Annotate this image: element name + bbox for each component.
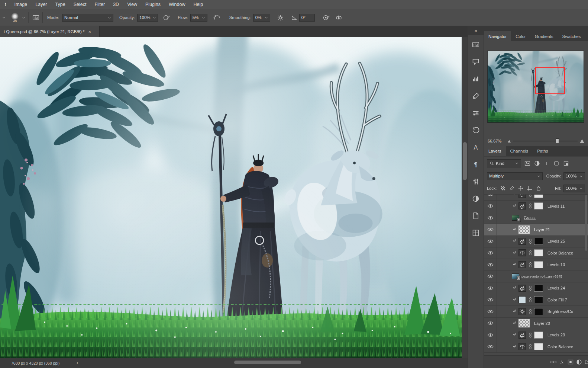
adjustments-panel-icon[interactable] xyxy=(472,178,479,185)
caret-down-icon[interactable] xyxy=(22,16,25,19)
collapse-panels-icon[interactable]: « xyxy=(468,26,484,35)
layer-thumbnail[interactable] xyxy=(518,285,526,292)
tab-paths[interactable]: Paths xyxy=(533,146,552,156)
layer-mask-thumbnail[interactable] xyxy=(534,261,543,268)
layer-visibility-toggle[interactable] xyxy=(484,294,497,306)
filter-type-icon[interactable]: T xyxy=(543,159,551,167)
menu-window[interactable]: Window xyxy=(165,2,189,7)
layer-visibility-toggle[interactable] xyxy=(484,194,497,200)
horizontal-scrollbar-thumb[interactable] xyxy=(234,361,301,364)
layer-row[interactable]: Layer 20 xyxy=(484,318,588,330)
layer-name[interactable]: Levels 10 xyxy=(547,262,565,267)
layer-thumbnail[interactable] xyxy=(518,225,530,234)
layer-mask-thumbnail[interactable] xyxy=(534,296,543,303)
layer-row[interactable]: Brightness/Co xyxy=(484,306,588,318)
tab-swatches[interactable]: Swatches xyxy=(558,31,585,41)
layer-visibility-toggle[interactable] xyxy=(484,306,497,317)
tool-preset-caret-icon[interactable] xyxy=(2,16,6,19)
mode-select[interactable]: Normal xyxy=(62,14,113,22)
paragraph-panel-icon[interactable]: ¶ xyxy=(472,161,479,168)
layer-row[interactable]: Levels 11 xyxy=(484,201,588,212)
layer-row[interactable]: Layer 21 xyxy=(484,224,588,236)
new-group-icon[interactable] xyxy=(584,359,588,365)
menu-edit-partial[interactable]: t xyxy=(1,2,10,7)
layer-visibility-toggle[interactable] xyxy=(484,247,497,259)
layer-visibility-toggle[interactable] xyxy=(484,212,497,224)
layer-mask-thumbnail[interactable] xyxy=(534,332,543,339)
document-tab[interactable]: t Queen.psd @ 66.7% (Layer 21, RGB/8) * … xyxy=(0,26,100,37)
layer-name[interactable]: Brightness/Co xyxy=(547,309,573,314)
flow-field[interactable]: 5% xyxy=(190,14,207,22)
gradients-panel-icon[interactable] xyxy=(472,195,479,202)
character-panel-icon[interactable]: A xyxy=(472,144,479,151)
menu-3d[interactable]: 3D xyxy=(109,2,123,7)
tab-channels[interactable]: Channels xyxy=(506,146,533,156)
layer-list-scrollbar[interactable] xyxy=(585,194,588,355)
zoom-in-icon[interactable] xyxy=(580,139,584,143)
layer-effects-icon[interactable]: fx xyxy=(559,359,565,365)
layer-row[interactable]: Levels 23 xyxy=(484,329,588,341)
layer-visibility-toggle[interactable] xyxy=(484,329,497,341)
zoom-slider-thumb[interactable] xyxy=(556,138,559,143)
menu-select[interactable]: Select xyxy=(70,2,91,7)
menu-image[interactable]: Image xyxy=(10,2,31,7)
opacity-field[interactable]: 100% xyxy=(137,14,158,22)
history-panel-icon[interactable] xyxy=(472,127,479,134)
tab-navigator[interactable]: Navigator xyxy=(484,31,511,41)
menu-view[interactable]: View xyxy=(123,2,141,7)
layer-mask-thumbnail[interactable] xyxy=(534,238,543,245)
status-chevron-icon[interactable]: › xyxy=(77,360,79,365)
comments-panel-icon[interactable] xyxy=(472,58,479,65)
layer-row[interactable]: Color Balance xyxy=(484,341,588,353)
layer-thumbnail[interactable] xyxy=(518,202,526,209)
libraries-panel-icon[interactable] xyxy=(472,212,479,220)
layer-name[interactable]: Color Balance xyxy=(547,251,573,255)
layer-row[interactable]: Color Fill 7 xyxy=(484,294,588,306)
symmetry-icon[interactable] xyxy=(335,15,342,21)
histogram-panel-icon[interactable] xyxy=(472,75,479,83)
fill-field[interactable]: 100% xyxy=(563,185,585,192)
layer-thumbnail[interactable] xyxy=(518,194,526,198)
layer-thumbnail[interactable] xyxy=(518,332,526,339)
layer-mask-thumbnail[interactable] xyxy=(534,249,543,256)
layer-thumbnail[interactable] xyxy=(518,296,526,303)
layers-opacity-field[interactable]: 100% xyxy=(563,172,585,180)
layer-name[interactable]: Color Balance xyxy=(547,345,573,349)
layer-thumbnail[interactable] xyxy=(518,261,526,268)
canvas[interactable] xyxy=(0,37,462,358)
gear-icon[interactable] xyxy=(277,15,284,21)
filter-smart-icon[interactable] xyxy=(562,159,570,167)
patterns-panel-icon[interactable] xyxy=(472,229,479,237)
tab-color[interactable]: Color xyxy=(511,31,530,41)
pen-pressure-size-icon[interactable] xyxy=(323,15,330,21)
layer-visibility-toggle[interactable] xyxy=(484,282,497,294)
layer-thumbnail[interactable] xyxy=(518,319,530,327)
layer-name[interactable]: Levels 23 xyxy=(547,333,565,337)
layer-row[interactable]: pexels-antonio-f...ann-6845 xyxy=(484,271,588,283)
navigator-preview[interactable] xyxy=(488,51,584,122)
layer-mask-thumbnail[interactable] xyxy=(534,202,543,209)
lock-transparency-icon[interactable] xyxy=(499,185,507,192)
menu-help[interactable]: Help xyxy=(189,2,207,7)
layer-thumbnail[interactable] xyxy=(512,215,519,221)
layer-row[interactable]: Levels 24 xyxy=(484,282,588,294)
brushes-panel-icon[interactable] xyxy=(472,41,479,48)
navigator-zoom-value[interactable]: 66.67% xyxy=(488,139,508,143)
layer-visibility-toggle[interactable] xyxy=(484,259,497,271)
close-icon[interactable]: × xyxy=(88,29,91,35)
tab-layers[interactable]: Layers xyxy=(484,146,506,156)
layer-visibility-toggle[interactable] xyxy=(484,224,497,236)
layer-row[interactable]: Grass. xyxy=(484,212,588,224)
lock-position-icon[interactable] xyxy=(517,185,524,192)
layer-list-scrollbar-thumb[interactable] xyxy=(585,195,587,251)
add-mask-icon[interactable] xyxy=(567,359,574,365)
layer-name[interactable]: Layer 20 xyxy=(534,321,550,326)
lock-all-icon[interactable] xyxy=(534,185,542,192)
layer-name[interactable]: Levels 24 xyxy=(547,286,565,290)
kind-filter-select[interactable]: Kind xyxy=(487,159,521,167)
lock-artboard-icon[interactable] xyxy=(526,185,533,192)
brush-preset-picker[interactable]: 40 xyxy=(9,12,21,23)
angle-field[interactable]: 0° xyxy=(299,14,315,22)
menu-layer[interactable]: Layer xyxy=(31,2,51,7)
layer-mask-thumbnail[interactable] xyxy=(534,308,543,315)
